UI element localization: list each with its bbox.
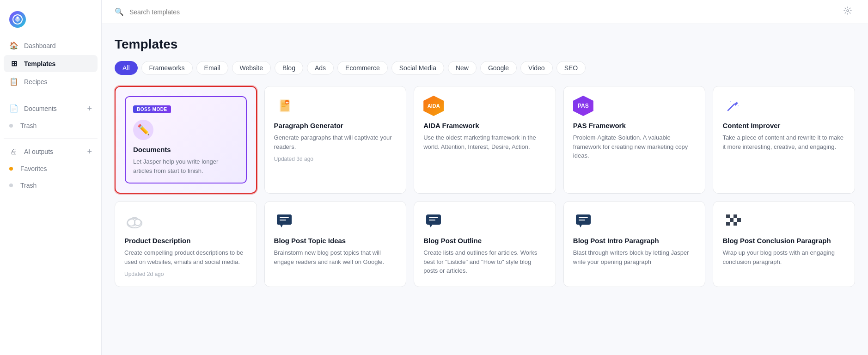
template-title-paragraph: Paragraph Generator <box>274 122 397 129</box>
svg-rect-41 <box>734 218 737 222</box>
template-card-blog-topics[interactable]: Blog Post Topic Ideas Brainstorm new blo… <box>264 201 407 287</box>
svg-rect-46 <box>737 218 741 222</box>
documents-icon: ✏️ <box>133 120 153 140</box>
template-card-blog-intro[interactable]: Blog Post Intro Paragraph Blast through … <box>563 201 706 287</box>
svg-rect-40 <box>730 218 734 222</box>
filter-tab-all[interactable]: All <box>115 61 138 75</box>
sidebar-label-trash2: Trash <box>20 182 37 189</box>
template-desc-blog-topics: Brainstorm new blog post topics that wil… <box>274 248 397 266</box>
template-title-pas: PAS Framework <box>573 122 696 129</box>
filter-tab-social-media[interactable]: Social Media <box>391 61 444 75</box>
aida-icon: AIDA <box>423 96 444 116</box>
page-title: Templates <box>115 37 855 52</box>
template-card-blog-outline[interactable]: Blog Post Outline Create lists and outli… <box>414 201 556 287</box>
sidebar-item-documents[interactable]: 📄 Documents + <box>4 100 98 117</box>
sidebar-item-dashboard[interactable]: 🏠 Dashboard <box>4 37 98 54</box>
search-icon: 🔍 <box>115 7 124 16</box>
filter-tab-website[interactable]: Website <box>232 61 271 75</box>
template-desc-blog-conclusion: Wrap up your blog posts with an engaging… <box>722 248 845 266</box>
filter-tab-frameworks[interactable]: Frameworks <box>141 61 193 75</box>
grid-icon: ⊞ <box>9 59 18 68</box>
template-title-content-improver: Content Improver <box>722 122 845 129</box>
sidebar-label-trash1: Trash <box>20 122 37 129</box>
sidebar-label-dashboard: Dashboard <box>24 42 56 49</box>
app-logo <box>9 11 26 28</box>
template-title-documents: Documents <box>133 146 238 153</box>
sidebar-item-favorites[interactable]: Favorites <box>4 161 98 177</box>
template-card-paragraph-generator[interactable]: ✏ Paragraph Generator Generate paragraph… <box>264 86 407 194</box>
template-title-blog-conclusion: Blog Post Conclusion Paragraph <box>722 237 845 245</box>
home-icon: 🏠 <box>9 41 18 50</box>
svg-rect-43 <box>730 222 734 226</box>
svg-point-18 <box>128 219 135 226</box>
content-area: Templates All Frameworks Email Website B… <box>102 24 868 355</box>
template-card-documents[interactable]: BOSS MODE ✏️ Documents Let Jasper help y… <box>115 86 257 194</box>
svg-line-11 <box>728 104 734 110</box>
topbar-right <box>840 3 855 20</box>
settings-button[interactable] <box>840 3 855 20</box>
templates-grid-row1: BOSS MODE ✏️ Documents Let Jasper help y… <box>115 86 855 194</box>
sidebar-item-ai-outputs[interactable]: 🖨 AI outputs + <box>4 143 98 160</box>
filter-tab-blog[interactable]: Blog <box>275 61 303 75</box>
filter-tab-email[interactable]: Email <box>196 61 228 75</box>
svg-rect-37 <box>730 214 734 218</box>
svg-rect-36 <box>726 214 730 218</box>
template-desc-blog-outline: Create lists and outlines for articles. … <box>423 248 546 275</box>
template-desc-content-improver: Take a piece of content and rewrite it t… <box>722 133 845 151</box>
template-desc-paragraph: Generate paragraphs that will captivate … <box>274 133 397 151</box>
svg-point-15 <box>738 105 739 106</box>
svg-text:✏: ✏ <box>285 101 289 105</box>
sidebar-item-trash1[interactable]: Trash <box>4 118 98 134</box>
template-card-pas[interactable]: PAS PAS Framework Problem-Agitate-Soluti… <box>563 86 706 194</box>
sidebar-label-templates: Templates <box>24 60 55 67</box>
svg-marker-31 <box>429 225 432 227</box>
recipes-icon: 📋 <box>9 77 18 86</box>
template-title-blog-topics: Blog Post Topic Ideas <box>274 237 397 245</box>
logo <box>0 7 101 37</box>
svg-rect-39 <box>726 218 730 222</box>
filter-tab-google[interactable]: Google <box>480 61 517 75</box>
svg-marker-27 <box>280 225 283 227</box>
chat-icon-1 <box>274 211 294 231</box>
template-card-content-improver[interactable]: ✦ Content Improver Take a piece of conte… <box>713 86 855 194</box>
svg-rect-47 <box>737 222 741 226</box>
template-desc-product-desc: Create compelling product descriptions t… <box>124 248 247 266</box>
document-icon: 📄 <box>9 104 18 113</box>
template-desc-aida: Use the oldest marketing framework in th… <box>423 133 546 151</box>
filter-tab-seo[interactable]: SEO <box>556 61 586 75</box>
sidebar-divider-2 <box>4 138 98 139</box>
sidebar-item-templates[interactable]: ⊞ Templates <box>4 55 98 72</box>
template-desc-pas: Problem-Agitate-Solution. A valuable fra… <box>573 133 696 160</box>
template-title-aida: AIDA Framework <box>423 122 546 129</box>
dot-icon-1 <box>9 124 13 128</box>
svg-rect-42 <box>726 222 730 226</box>
filter-tab-ads[interactable]: Ads <box>307 61 334 75</box>
sidebar-label-recipes: Recipes <box>24 78 48 86</box>
filter-tab-ecommerce[interactable]: Ecommerce <box>337 61 388 75</box>
template-updated-paragraph: Updated 3d ago <box>274 156 397 162</box>
topbar: 🔍 <box>102 0 868 24</box>
svg-point-3 <box>847 10 849 12</box>
svg-rect-44 <box>734 222 737 226</box>
template-desc-documents: Let Jasper help you write longer article… <box>133 157 238 175</box>
scroll-icon: ✏ <box>274 96 294 116</box>
documents-add-button[interactable]: + <box>87 104 92 113</box>
svg-point-14 <box>730 101 731 102</box>
search-input[interactable] <box>129 8 835 16</box>
sidebar-item-trash2[interactable]: Trash <box>4 178 98 193</box>
sidebar-label-ai-outputs: AI outputs <box>24 148 53 155</box>
ai-outputs-add-button[interactable]: + <box>87 147 92 156</box>
template-card-blog-conclusion[interactable]: Blog Post Conclusion Paragraph Wrap up y… <box>713 201 855 287</box>
sidebar-label-favorites: Favorites <box>20 165 47 172</box>
sidebar-item-recipes[interactable]: 📋 Recipes <box>4 73 98 90</box>
filter-tab-new[interactable]: New <box>448 61 477 75</box>
checkerboard-icon <box>722 211 743 231</box>
filter-tab-video[interactable]: Video <box>520 61 553 75</box>
templates-grid-row2: Product Description Create compelling pr… <box>115 201 855 287</box>
template-card-product-description[interactable]: Product Description Create compelling pr… <box>115 201 257 287</box>
svg-marker-35 <box>579 225 582 227</box>
template-card-aida[interactable]: AIDA AIDA Framework Use the oldest marke… <box>414 86 556 194</box>
template-updated-product-desc: Updated 2d ago <box>124 271 247 277</box>
filter-tabs: All Frameworks Email Website Blog Ads Ec… <box>115 61 855 75</box>
template-title-blog-outline: Blog Post Outline <box>423 237 546 245</box>
